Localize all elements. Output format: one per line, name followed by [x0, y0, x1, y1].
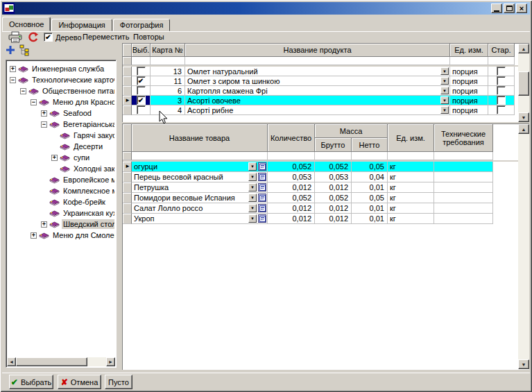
refresh-button[interactable]: [28, 32, 38, 44]
table-row[interactable]: 13Омлет натуральний▼порция: [123, 67, 529, 76]
dropdown-icon[interactable]: ▼: [248, 214, 257, 223]
scrollbar-thumb[interactable]: [518, 71, 529, 96]
dropdown-icon[interactable]: ▼: [440, 106, 449, 114]
table-row[interactable]: Помидори весовые Испания▼0,0520,0520,05к…: [123, 193, 529, 203]
select-checkbox-cell[interactable]: [132, 86, 151, 96]
product-name-cell[interactable]: Асорті овочеве▼: [185, 96, 450, 105]
tab-photo[interactable]: Фотография: [113, 19, 171, 31]
tree-item[interactable]: Украинская кухня: [8, 207, 114, 219]
minimize-button[interactable]: [491, 3, 502, 13]
table-row[interactable]: ►огурци▼0,0520,0520,05кг: [123, 162, 529, 172]
expand-icon[interactable]: +: [10, 66, 16, 72]
tab-information[interactable]: Информация: [51, 19, 112, 31]
tree-item[interactable]: −Вегетаріанська ку: [8, 119, 114, 130]
scroll-down-button[interactable]: ▼: [518, 112, 529, 122]
table-row[interactable]: Петрушка▼0,0120,0120,01кг: [123, 182, 529, 193]
checkbox[interactable]: [137, 86, 146, 95]
dropdown-icon[interactable]: ▼: [248, 162, 257, 171]
scroll-left-button[interactable]: ◄: [7, 357, 16, 366]
calculator-icon[interactable]: [258, 183, 266, 191]
dropdown-icon[interactable]: ▼: [248, 183, 257, 191]
ingredients-vertical-scrollbar[interactable]: ▲ ▼: [518, 124, 529, 369]
tree-view[interactable]: +Инженерная служба−Технологические карто…: [8, 63, 114, 356]
product-name-cell[interactable]: Асорті рибне▼: [185, 105, 450, 115]
collapse-icon[interactable]: −: [20, 88, 26, 94]
tree-item[interactable]: Кофе-брейк: [8, 196, 114, 207]
tree-checkbox[interactable]: ✔: [44, 33, 53, 42]
checkbox[interactable]: [497, 86, 506, 95]
expand-icon[interactable]: +: [31, 232, 37, 239]
products-vertical-scrollbar[interactable]: ▲ ▼: [518, 44, 529, 122]
table-row[interactable]: Перець весовой красный▼0,0530,0530,04кг: [123, 172, 529, 182]
tree-item[interactable]: +Шведский стол: [8, 219, 114, 230]
scroll-up-button[interactable]: ▲: [518, 124, 529, 134]
table-row[interactable]: 4Асорті рибне▼порция: [123, 105, 529, 115]
move-button[interactable]: Переместить: [80, 33, 132, 41]
collapse-icon[interactable]: −: [41, 121, 47, 128]
dropdown-icon[interactable]: ▼: [248, 194, 257, 202]
item-name-cell[interactable]: Перець весовой красный▼: [132, 172, 268, 182]
tree-item[interactable]: Европейское мен: [8, 174, 114, 185]
dropdown-icon[interactable]: ▼: [440, 87, 449, 94]
table-row[interactable]: 6Картопля смажена Фрі▼порция: [123, 86, 529, 96]
item-name-cell[interactable]: Салат Лолло россо▼: [132, 203, 268, 214]
calculator-icon[interactable]: [258, 194, 266, 202]
scroll-right-button[interactable]: ►: [106, 357, 115, 366]
expand-icon[interactable]: +: [41, 110, 47, 117]
product-name-cell[interactable]: Картопля смажена Фрі▼: [185, 86, 450, 96]
item-name-cell[interactable]: Укроп▼: [132, 214, 268, 224]
checkbox[interactable]: [497, 76, 506, 85]
old-checkbox-cell[interactable]: [488, 67, 515, 76]
maximize-button[interactable]: [504, 3, 515, 13]
item-name-cell[interactable]: Петрушка▼: [132, 182, 268, 193]
table-row[interactable]: Укроп▼0,0120,0120,01кг: [123, 214, 529, 224]
tree-item[interactable]: Комплексное мен: [8, 185, 114, 196]
checkbox[interactable]: [497, 96, 506, 105]
dropdown-icon[interactable]: ▼: [440, 77, 449, 85]
tree-item[interactable]: −Меню для Краснозвёз: [8, 96, 114, 108]
collapse-icon[interactable]: −: [10, 77, 16, 83]
select-checkbox-cell[interactable]: ✔: [132, 76, 151, 86]
hierarchy-icon[interactable]: [19, 44, 31, 58]
item-name-cell[interactable]: огурци▼: [132, 162, 268, 172]
old-checkbox-cell[interactable]: [488, 86, 515, 96]
old-checkbox-cell[interactable]: [488, 76, 515, 86]
select-checkbox-cell[interactable]: ✔: [132, 96, 151, 105]
empty-button[interactable]: Пусто: [105, 375, 132, 389]
calculator-icon[interactable]: [258, 173, 266, 181]
checkbox[interactable]: [497, 105, 506, 114]
tree-item[interactable]: −Общественное питание: [8, 85, 114, 96]
repeats-button[interactable]: Повторы: [130, 33, 167, 41]
item-name-cell[interactable]: Помидори весовые Испания▼: [132, 193, 268, 203]
dropdown-icon[interactable]: ▼: [248, 204, 257, 212]
scroll-up-button[interactable]: ▲: [518, 44, 529, 53]
print-button[interactable]: [8, 31, 23, 44]
select-button[interactable]: ✔ Выбрать: [9, 375, 53, 389]
tree-item[interactable]: +Меню для Смоленско: [8, 230, 114, 241]
calculator-icon[interactable]: [258, 204, 266, 212]
product-name-cell[interactable]: Омлет з сиром та шинкою▼: [185, 76, 450, 86]
tree-item[interactable]: −Технологические карточки: [8, 74, 114, 85]
scrollbar-thumb[interactable]: [16, 357, 87, 366]
calculator-icon[interactable]: [258, 162, 266, 171]
table-row[interactable]: ✔11Омлет з сиром та шинкою▼порция: [123, 76, 529, 86]
select-checkbox-cell[interactable]: [132, 67, 151, 76]
old-checkbox-cell[interactable]: [488, 96, 515, 105]
tree-item[interactable]: +супи: [8, 152, 114, 163]
select-checkbox-cell[interactable]: [132, 105, 151, 115]
checkbox[interactable]: [137, 67, 146, 76]
dropdown-icon[interactable]: ▼: [248, 173, 257, 181]
table-row[interactable]: Салат Лолло россо▼0,0120,0120,01кг: [123, 203, 529, 214]
calculator-icon[interactable]: [258, 214, 266, 223]
expand-icon[interactable]: +: [51, 155, 58, 161]
checkbox[interactable]: ✔: [137, 76, 146, 85]
product-name-cell[interactable]: Омлет натуральний▼: [185, 67, 450, 76]
checkbox[interactable]: [137, 105, 146, 114]
checkbox[interactable]: ✔: [137, 96, 146, 105]
close-button[interactable]: ×: [516, 3, 527, 13]
old-checkbox-cell[interactable]: [488, 105, 515, 115]
tree-item[interactable]: Холодні закуск: [8, 163, 114, 174]
expand-icon[interactable]: +: [41, 221, 47, 228]
titlebar[interactable]: ×: [2, 2, 530, 15]
tab-main[interactable]: Основное: [2, 17, 51, 31]
